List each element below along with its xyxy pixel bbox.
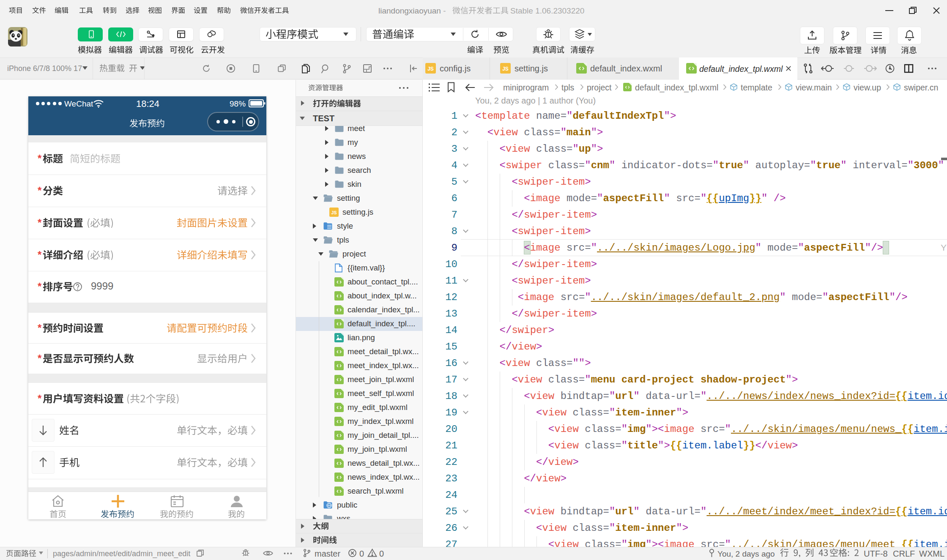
svg-text:JS: JS [331, 210, 337, 215]
svg-text:JS: JS [427, 66, 434, 72]
svg-text:JS: JS [502, 66, 509, 72]
